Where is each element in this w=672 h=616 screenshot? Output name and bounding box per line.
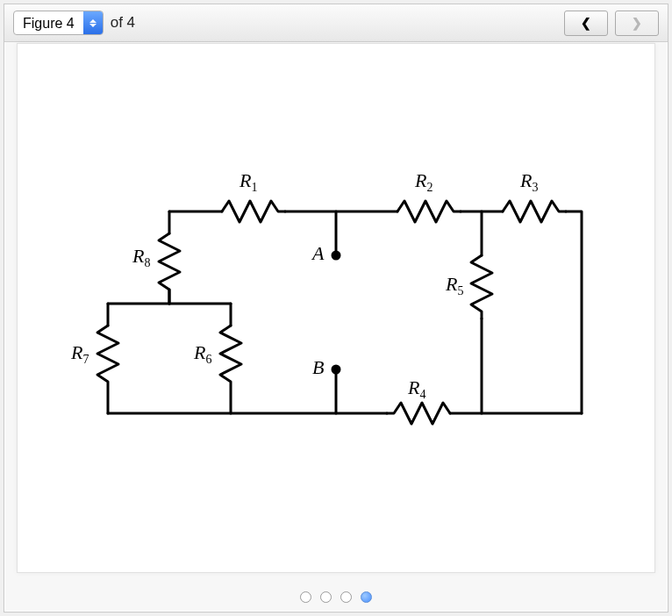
toolbar: Figure 4 of 4 ❮ ❯: [4, 4, 668, 42]
chevron-left-icon: ❮: [581, 16, 591, 30]
figure-selector[interactable]: Figure 4: [13, 11, 104, 35]
figure-count-text: of 4: [111, 14, 135, 32]
label-r7: R7: [71, 341, 89, 367]
pager-dot-4[interactable]: [361, 591, 372, 603]
figure-panel: Figure 4 of 4 ❮ ❯: [4, 4, 668, 612]
next-button[interactable]: ❯: [615, 11, 659, 36]
pager-dot-3[interactable]: [340, 591, 352, 603]
figure-selector-label: Figure 4: [14, 11, 83, 34]
label-r5: R5: [446, 273, 463, 298]
label-node-a: A: [312, 242, 324, 265]
label-r4: R4: [408, 376, 425, 402]
label-r8: R8: [132, 245, 150, 270]
figure-content: R1 R2 R3 R4 R5 R6 R7 R8: [17, 43, 655, 573]
figure-selector-stepper[interactable]: [83, 11, 103, 34]
pager: [4, 591, 668, 603]
label-r1: R1: [239, 169, 257, 195]
chevron-down-icon: [89, 24, 97, 27]
circuit-diagram: R1 R2 R3 R4 R5 R6 R7 R8: [64, 150, 608, 466]
pager-dot-1[interactable]: [300, 591, 311, 603]
svg-point-1: [332, 366, 340, 373]
svg-point-0: [332, 252, 340, 259]
chevron-right-icon: ❯: [632, 16, 642, 30]
label-r3: R3: [520, 169, 538, 195]
label-node-b: B: [312, 356, 324, 379]
label-r2: R2: [415, 169, 433, 195]
chevron-up-icon: [89, 19, 97, 23]
pager-dot-2[interactable]: [320, 591, 332, 603]
label-r6: R6: [194, 341, 211, 367]
prev-button[interactable]: ❮: [564, 11, 608, 36]
